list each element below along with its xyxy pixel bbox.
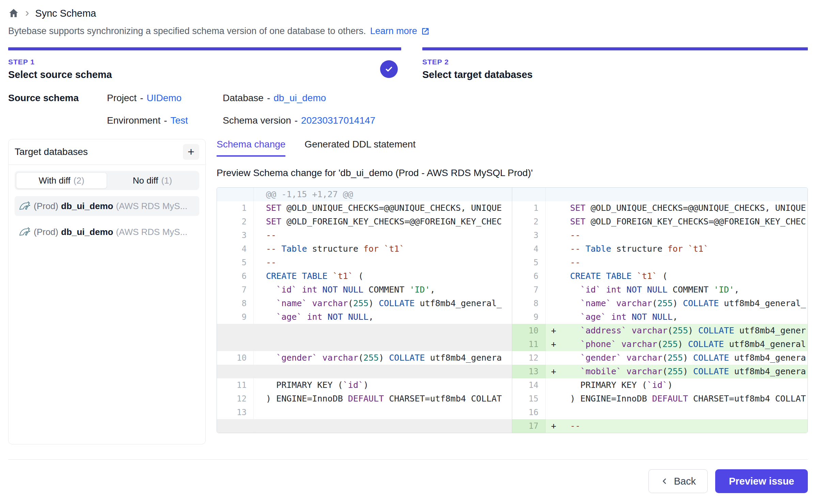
- breadcrumb-chevron-icon: ›: [25, 6, 29, 20]
- diff-added-marker: [546, 256, 563, 269]
- schema-version-link[interactable]: 20230317014147: [301, 115, 375, 126]
- diff-row: [217, 365, 512, 378]
- diff-added-marker: [546, 283, 563, 297]
- diff-code: -- Table structure for `t1`: [563, 242, 807, 256]
- diff-code: ) ENGINE=InnoDB DEFAULT CHARSET=utf8mb4 …: [254, 392, 512, 406]
- diff-filter-tab-no-diff[interactable]: No diff(1): [107, 172, 198, 189]
- diff-row: [217, 324, 512, 337]
- preview-issue-button[interactable]: Preview issue: [715, 469, 808, 493]
- diff-code: `phone` varchar(255) COLLATE utf8mb4_gen…: [563, 337, 807, 351]
- diff-added-marker: [546, 201, 563, 215]
- diff-added-marker: +: [546, 419, 563, 433]
- diff-row: 8 `name` varchar(255) COLLATE utf8mb4_ge…: [217, 297, 512, 310]
- diff-row: 10+ `address` varchar(255) COLLATE utf8m…: [512, 324, 807, 337]
- diff-code: `id` int NOT NULL COMMENT 'ID',: [563, 283, 807, 297]
- db-instance: (AWS RDS MyS...: [116, 201, 187, 211]
- diff-added-marker: [546, 351, 563, 365]
- description-text: Bytebase supports synchronizing a specif…: [8, 26, 366, 36]
- learn-more-link[interactable]: Learn more: [370, 26, 430, 36]
- page-description: Bytebase supports synchronizing a specif…: [8, 26, 808, 36]
- step-2: STEP 2 Select target databases: [422, 47, 808, 80]
- mysql-icon: [19, 201, 31, 211]
- diff-code: `age` int NOT NULL,: [563, 310, 807, 324]
- diff-added-marker: [546, 229, 563, 242]
- back-button[interactable]: Back: [648, 469, 708, 493]
- stepper: STEP 1 Select source schema STEP 2 Selec…: [8, 47, 808, 80]
- target-database-item[interactable]: (Prod)db_ui_demo(AWS RDS MyS...: [15, 222, 199, 242]
- diff-code: `gender` varchar(255) COLLATE utf8mb4_ge…: [254, 351, 512, 365]
- diff-code: SET @OLD_FOREIGN_KEY_CHECKS=@@FOREIGN_KE…: [563, 215, 807, 229]
- diff-line-number: 6: [512, 269, 546, 283]
- add-database-button[interactable]: +: [183, 144, 199, 160]
- diff-code: `gender` varchar(255) COLLATE utf8mb4_ge…: [563, 351, 807, 365]
- mysql-icon: [19, 227, 31, 237]
- diff-code: `name` varchar(255) COLLATE utf8mb4_gene…: [563, 297, 807, 310]
- diff-row: 12) ENGINE=InnoDB DEFAULT CHARSET=utf8mb…: [217, 392, 512, 406]
- target-database-item[interactable]: (Prod)db_ui_demo(AWS RDS MyS...: [15, 196, 199, 216]
- diff-row: 11 PRIMARY KEY (`id`): [217, 378, 512, 392]
- diff-row: 2SET @OLD_FOREIGN_KEY_CHECKS=@@FOREIGN_K…: [217, 215, 512, 229]
- diff-line-number: 13: [512, 365, 546, 378]
- diff-line-number: 1: [217, 201, 254, 215]
- diff-line-number: 5: [512, 256, 546, 269]
- diff-code: SET @OLD_UNIQUE_CHECKS=@@UNIQUE_CHECKS, …: [563, 201, 807, 215]
- diff-line-number: 5: [217, 256, 254, 269]
- diff-row: 13: [217, 406, 512, 419]
- diff-line-number: 12: [217, 392, 254, 406]
- diff-row: 8 `name` varchar(255) COLLATE utf8mb4_ge…: [512, 297, 807, 310]
- source-project-field: Project-UIDemo: [107, 93, 223, 104]
- diff-code: SET @OLD_UNIQUE_CHECKS=@@UNIQUE_CHECKS, …: [254, 201, 512, 215]
- diff-code: `id` int NOT NULL COMMENT 'ID',: [254, 283, 512, 297]
- diff-code: CREATE TABLE `t1` (: [254, 269, 512, 283]
- diff-added-marker: [546, 310, 563, 324]
- diff-filter-tab-with-diff[interactable]: With diff(2): [16, 172, 107, 189]
- diff-line-number: 2: [512, 215, 546, 229]
- diff-row: 12 `gender` varchar(255) COLLATE utf8mb4…: [512, 351, 807, 365]
- diff-line-number: 9: [512, 310, 546, 324]
- diff-row: 5--: [217, 256, 512, 269]
- diff-line-number: 14: [512, 378, 546, 392]
- step-2-progress-bar: [422, 47, 808, 50]
- project-link[interactable]: UIDemo: [146, 93, 182, 103]
- diff-line-number: 15: [512, 392, 546, 406]
- diff-line-number: 10: [217, 351, 254, 365]
- diff-row: 2SET @OLD_FOREIGN_KEY_CHECKS=@@FOREIGN_K…: [512, 215, 807, 229]
- database-link[interactable]: db_ui_demo: [273, 93, 326, 103]
- diff-added-marker: +: [546, 337, 563, 351]
- diff-code: SET @OLD_FOREIGN_KEY_CHECKS=@@FOREIGN_KE…: [254, 215, 512, 229]
- diff-row: 11+ `phone` varchar(255) COLLATE utf8mb4…: [512, 337, 807, 351]
- db-environment: (Prod): [34, 201, 58, 211]
- db-name: db_ui_demo: [61, 227, 113, 237]
- hunk-header-row: @@ -1,15 +1,27 @@: [217, 188, 512, 201]
- footer-divider: [8, 459, 808, 460]
- diff-row: 17+--: [512, 419, 807, 433]
- environment-link[interactable]: Test: [171, 115, 188, 126]
- diff-code: `age` int NOT NULL,: [254, 310, 512, 324]
- diff-code: [563, 406, 807, 419]
- diff-line-number: 2: [217, 215, 254, 229]
- diff-line-number: 17: [512, 419, 546, 433]
- diff-line-number: 16: [512, 406, 546, 419]
- diff-row: 13+ `mobile` varchar(255) COLLATE utf8mb…: [512, 365, 807, 378]
- diff-code: --: [563, 229, 807, 242]
- preview-title: Preview Schema change for 'db_ui_demo (P…: [217, 168, 808, 178]
- db-instance: (AWS RDS MyS...: [116, 227, 187, 237]
- diff-line-number: 8: [512, 297, 546, 310]
- diff-row: 6CREATE TABLE `t1` (: [512, 269, 807, 283]
- diff-line-number: 11: [512, 337, 546, 351]
- diff-line-number: 4: [512, 242, 546, 256]
- schema-preview-panel: Schema change Generated DDL statement Pr…: [217, 139, 808, 433]
- diff-row: 1SET @OLD_UNIQUE_CHECKS=@@UNIQUE_CHECKS,…: [217, 201, 512, 215]
- diff-row: 3--: [217, 229, 512, 242]
- diff-added-marker: [546, 215, 563, 229]
- home-icon[interactable]: [8, 8, 19, 19]
- diff-added-marker: [546, 269, 563, 283]
- diff-row: 9 `age` int NOT NULL,: [512, 310, 807, 324]
- breadcrumb: › Sync Schema: [8, 5, 808, 21]
- schema-diff-viewer: @@ -1,15 +1,27 @@ 1SET @OLD_UNIQUE_CHECK…: [217, 187, 808, 433]
- tab-generated-ddl[interactable]: Generated DDL statement: [304, 139, 415, 157]
- tab-schema-change[interactable]: Schema change: [217, 139, 285, 157]
- preview-tabs: Schema change Generated DDL statement: [217, 139, 808, 157]
- diff-row: 4-- Table structure for `t1`: [217, 242, 512, 256]
- diff-code: CREATE TABLE `t1` (: [563, 269, 807, 283]
